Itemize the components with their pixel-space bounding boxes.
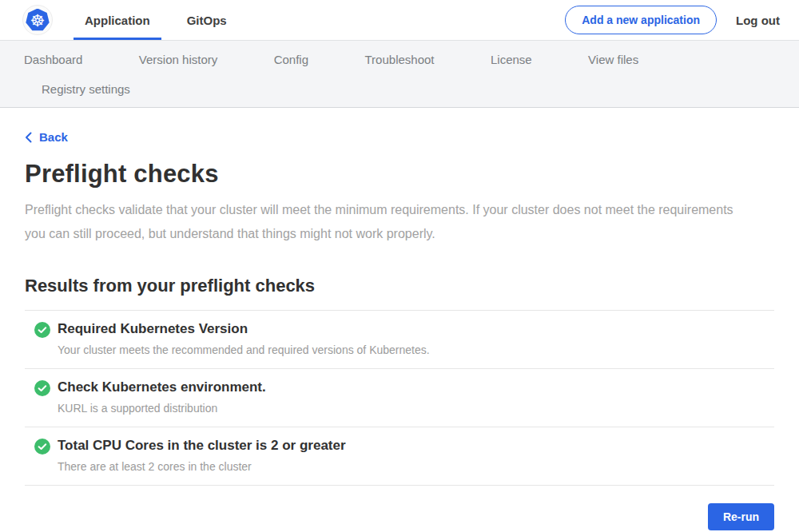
subnav-item-troubleshoot[interactable]: Troubleshoot (365, 53, 435, 66)
results-heading: Results from your preflight checks (25, 276, 774, 296)
footer-actions: Re-run (25, 503, 774, 530)
page-title: Preflight checks (25, 160, 774, 189)
preflight-check-row: Total CPU Cores in the cluster is 2 or g… (25, 427, 774, 486)
check-pass-icon (34, 380, 50, 396)
subnav-row-1: Dashboard Version history Config Trouble… (24, 53, 799, 67)
subnav-item-view-files[interactable]: View files (588, 53, 638, 66)
check-title: Total CPU Cores in the cluster is 2 or g… (58, 438, 774, 454)
chevron-left-icon (25, 132, 32, 143)
kubernetes-logo: ☸ (22, 5, 53, 35)
preflight-results-list: Required Kubernetes Version Your cluster… (25, 310, 774, 486)
rerun-button[interactable]: Re-run (708, 503, 774, 530)
subnav-item-license[interactable]: License (491, 53, 532, 66)
check-message: There are at least 2 cores in the cluste… (58, 460, 774, 473)
logout-link[interactable]: Log out (736, 14, 780, 27)
top-header: ☸ Application GitOps Add a new applicati… (0, 0, 799, 41)
subnav-item-registry-settings[interactable]: Registry settings (42, 82, 130, 96)
check-title: Check Kubernetes environment. (58, 379, 774, 395)
tab-application[interactable]: Application (74, 0, 161, 40)
tab-gitops[interactable]: GitOps (176, 0, 238, 40)
add-new-application-button[interactable]: Add a new application (565, 6, 717, 34)
kubernetes-helm-wheel-icon: ☸ (26, 9, 50, 32)
preflight-check-row: Check Kubernetes environment. KURL is a … (25, 369, 774, 427)
subnav-item-config[interactable]: Config (274, 53, 308, 66)
header-tabs: Application GitOps (74, 0, 252, 40)
check-pass-icon (34, 439, 50, 455)
header-right: Add a new application Log out (565, 6, 780, 34)
check-message: KURL is a supported distribution (58, 402, 774, 415)
app-subnav: Dashboard Version history Config Trouble… (0, 41, 799, 108)
back-link[interactable]: Back (25, 130, 68, 144)
back-link-label: Back (39, 130, 68, 144)
check-pass-icon (34, 322, 50, 338)
main-content: Back Preflight checks Preflight checks v… (0, 108, 799, 530)
subnav-item-version-history[interactable]: Version history (139, 53, 217, 66)
check-message: Your cluster meets the recommended and r… (58, 343, 774, 356)
subnav-row-2: Registry settings (24, 82, 799, 97)
subnav-item-dashboard[interactable]: Dashboard (24, 53, 82, 66)
preflight-check-row: Required Kubernetes Version Your cluster… (25, 311, 774, 369)
page-description: Preflight checks validate that your clus… (25, 198, 756, 246)
check-title: Required Kubernetes Version (58, 321, 774, 337)
